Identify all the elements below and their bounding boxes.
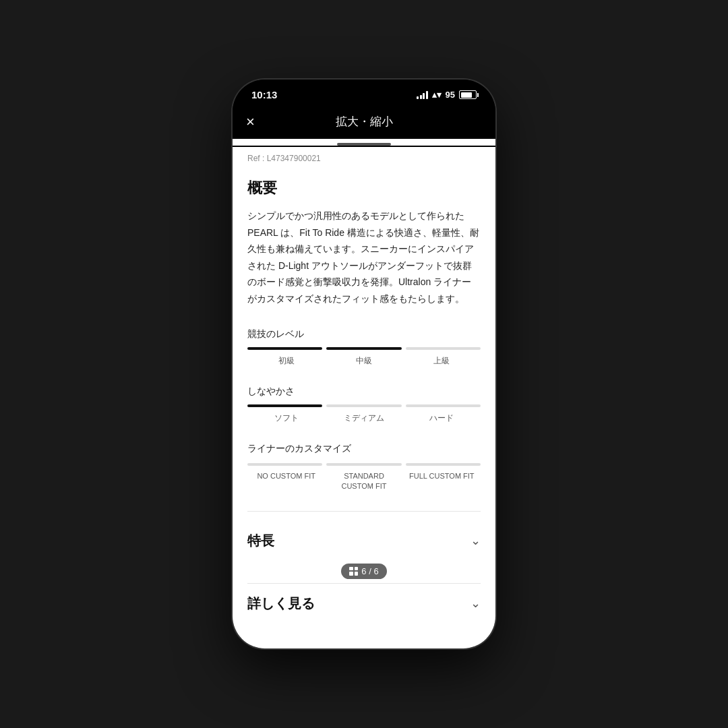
divider-1 bbox=[247, 511, 481, 512]
competition-level-section: 競技のレベル 初級 中級 上級 bbox=[233, 322, 495, 367]
flexibility-section: しなやかさ ソフト ミディアム ハード bbox=[233, 379, 495, 424]
ref-bar: Ref : L47347900021 bbox=[233, 147, 495, 166]
time: 10:13 bbox=[251, 89, 277, 100]
flexibility-label: しなやかさ bbox=[247, 386, 481, 398]
overview-title: 概要 bbox=[247, 178, 481, 198]
level-label-advanced: 上級 bbox=[403, 355, 481, 367]
custom-fit-label: ライナーのカスタマイズ bbox=[247, 443, 481, 455]
content-area: Ref : L47347900021 概要 シンプルでかつ汎用性のあるモデルとし… bbox=[233, 147, 495, 648]
custom-label-none: NO CUSTOM FIT bbox=[247, 471, 325, 492]
battery-icon bbox=[459, 90, 477, 99]
flex-bar-1 bbox=[247, 404, 322, 407]
nav-title: 拡大・縮小 bbox=[336, 114, 393, 129]
overview-section: 概要 シンプルでかつ汎用性のあるモデルとして作られた PEARL は、Fit T… bbox=[233, 166, 495, 307]
page-indicator: 6 / 6 bbox=[233, 564, 495, 579]
features-chevron: ⌄ bbox=[471, 533, 481, 548]
overview-description: シンプルでかつ汎用性のあるモデルとして作られた PEARL は、Fit To R… bbox=[247, 208, 481, 307]
page-badge: 6 / 6 bbox=[341, 564, 386, 579]
status-icons: ▴▾ 95 bbox=[417, 90, 477, 100]
signal-icon bbox=[417, 91, 428, 99]
level-label-beginner: 初級 bbox=[247, 355, 325, 367]
phone-frame: 10:13 ▴▾ 95 × 拡大・縮小 Ref : L47347900021 bbox=[233, 80, 495, 648]
custom-bar-1 bbox=[247, 463, 322, 466]
custom-fit-section: ライナーのカスタマイズ NO CUSTOM FIT STANDARDCUSTOM… bbox=[233, 436, 495, 502]
custom-fit-bars bbox=[247, 463, 481, 466]
flex-bar-3 bbox=[406, 404, 481, 407]
flex-bar-2 bbox=[326, 404, 401, 407]
wifi-icon: ▴▾ bbox=[432, 90, 442, 100]
battery-percent: 95 bbox=[446, 90, 455, 100]
more-details-accordion[interactable]: 詳しく見る ⌄ bbox=[233, 584, 495, 624]
more-details-label: 詳しく見る bbox=[247, 595, 315, 613]
scroll-handle bbox=[337, 143, 391, 146]
custom-bar-3 bbox=[406, 463, 481, 466]
competition-level-labels: 初級 中級 上級 bbox=[247, 355, 481, 367]
competition-level-label: 競技のレベル bbox=[247, 328, 481, 340]
custom-bar-2 bbox=[326, 463, 401, 466]
features-label: 特長 bbox=[247, 532, 274, 550]
flexibility-bars bbox=[247, 404, 481, 407]
competition-bars bbox=[247, 347, 481, 350]
ref-number: Ref : L47347900021 bbox=[247, 154, 321, 163]
flex-label-medium: ミディアム bbox=[325, 413, 402, 424]
custom-label-full: FULL CUSTOM FIT bbox=[403, 471, 481, 492]
page-number: 6 / 6 bbox=[361, 566, 378, 576]
custom-label-standard: STANDARDCUSTOM FIT bbox=[325, 471, 402, 492]
competition-bar-1 bbox=[247, 347, 322, 350]
status-bar: 10:13 ▴▾ 95 bbox=[233, 80, 495, 106]
nav-bar: × 拡大・縮小 bbox=[233, 106, 495, 139]
features-accordion[interactable]: 特長 ⌄ bbox=[233, 521, 495, 561]
flex-label-soft: ソフト bbox=[247, 413, 325, 424]
more-details-chevron: ⌄ bbox=[471, 596, 481, 611]
custom-fit-labels: NO CUSTOM FIT STANDARDCUSTOM FIT FULL CU… bbox=[247, 471, 481, 492]
grid-icon bbox=[349, 567, 358, 576]
close-button[interactable]: × bbox=[246, 113, 255, 131]
flexibility-labels: ソフト ミディアム ハード bbox=[247, 413, 481, 424]
competition-bar-3 bbox=[406, 347, 481, 350]
flex-label-hard: ハード bbox=[403, 413, 481, 424]
level-label-intermediate: 中級 bbox=[325, 355, 402, 367]
competition-bar-2 bbox=[326, 347, 401, 350]
